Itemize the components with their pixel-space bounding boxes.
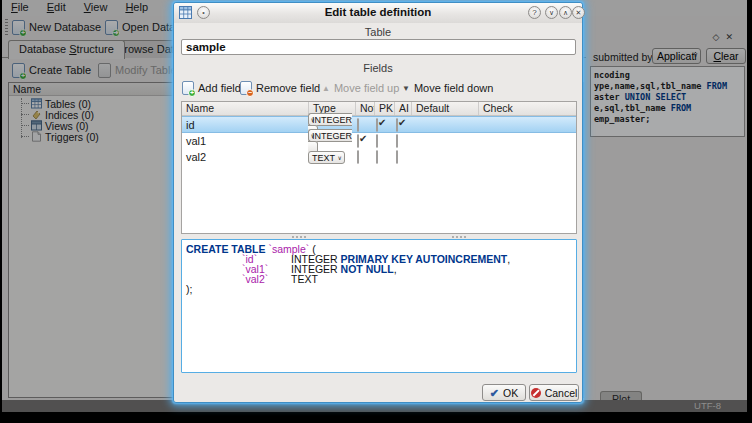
column-header-not[interactable]: Not	[355, 102, 374, 115]
table-name-input[interactable]	[181, 39, 576, 55]
field-row-id[interactable]: id INTEGER	[182, 116, 576, 133]
remove-field-icon: −	[240, 81, 252, 95]
pk-checkbox-id[interactable]	[376, 118, 378, 132]
fields-table: Name Type Not PK AI Default Check id INT…	[181, 101, 577, 234]
table-group-label: Table	[174, 26, 582, 38]
fields-table-header: Name Type Not PK AI Default Check	[182, 102, 576, 116]
help-icon[interactable]	[528, 6, 541, 19]
add-field-icon: +	[182, 81, 194, 95]
dialog-title: Edit table definition	[174, 6, 582, 18]
fields-toolbar: + Add field − Remove field ▲ Move field …	[174, 79, 582, 97]
not-null-checkbox-id[interactable]	[357, 118, 359, 132]
move-field-down-button[interactable]: ▼ Move field down	[402, 79, 493, 97]
ok-check-icon: ✔	[490, 388, 499, 398]
column-header-check[interactable]: Check	[478, 102, 576, 115]
ai-checkbox-val2[interactable]	[396, 150, 398, 164]
edit-table-definition-dialog: Edit table definition Table Fields + Add…	[173, 2, 583, 403]
field-row-val2[interactable]: val2 TEXT	[182, 149, 576, 165]
not-null-checkbox-val1[interactable]	[357, 134, 359, 148]
arrow-up-icon: ▲	[322, 84, 330, 93]
fields-group-label: Fields	[174, 62, 582, 74]
ai-checkbox-id[interactable]	[396, 118, 398, 132]
pk-checkbox-val1[interactable]	[376, 134, 378, 148]
sql-preview[interactable]: CREATE TABLE `sample` ( `id`INTEGER PRIM…	[181, 239, 577, 373]
pk-checkbox-val2[interactable]	[376, 150, 378, 164]
minimize-icon[interactable]	[545, 6, 558, 19]
ai-checkbox-val1[interactable]	[396, 134, 398, 148]
cancel-icon	[531, 388, 541, 398]
cancel-button[interactable]: Cancel	[529, 384, 579, 401]
type-select-val2[interactable]: TEXT	[308, 151, 345, 164]
column-header-name[interactable]: Name	[182, 102, 308, 115]
move-field-up-button[interactable]: ▲ Move field up	[322, 79, 399, 97]
arrow-down-icon: ▼	[402, 84, 410, 93]
add-field-button[interactable]: + Add field	[182, 79, 241, 97]
field-row-val1[interactable]: val1 INTEGER	[182, 133, 576, 149]
dialog-title-bar[interactable]: Edit table definition	[174, 3, 582, 23]
column-header-pk[interactable]: PK	[374, 102, 394, 115]
column-header-default[interactable]: Default	[411, 102, 478, 115]
not-null-checkbox-val2[interactable]	[357, 150, 359, 164]
ok-button[interactable]: ✔ OK	[482, 384, 526, 401]
remove-field-button[interactable]: − Remove field	[240, 79, 320, 97]
column-header-ai[interactable]: AI	[394, 102, 411, 115]
maximize-icon[interactable]	[559, 6, 572, 19]
close-icon[interactable]	[572, 6, 585, 19]
